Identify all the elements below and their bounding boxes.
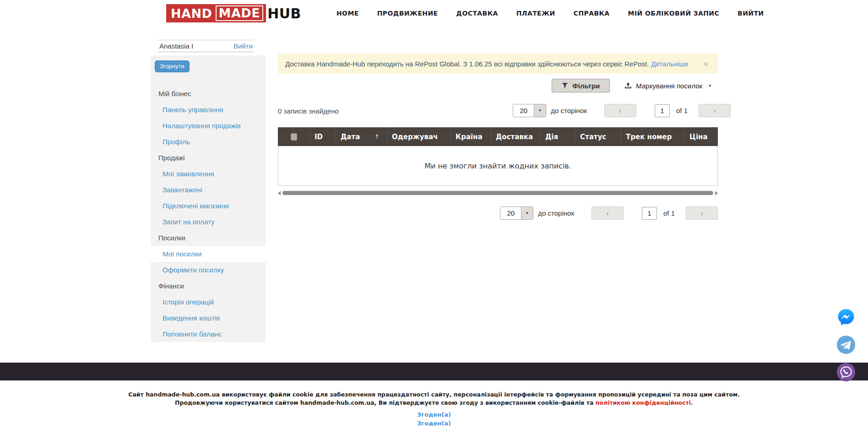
nav-delivery[interactable]: ДОСТАВКА — [456, 10, 498, 17]
top-next-page-button[interactable]: › — [699, 104, 731, 117]
sidebar-item-withdraw-funds[interactable]: Виведення коштів — [151, 310, 266, 326]
top-page-number-input[interactable] — [655, 104, 670, 117]
sidebar-item-uploaded[interactable]: Завантажені — [151, 182, 266, 198]
header-cell-select — [278, 127, 310, 146]
top-per-page-label: до сторінок — [551, 107, 587, 114]
horizontal-scrollbar — [278, 190, 718, 196]
bottom-page-size-select[interactable]: 20 ▼ — [500, 206, 533, 220]
logout-link[interactable]: Вийти — [233, 42, 253, 50]
scroll-left-icon[interactable] — [278, 191, 281, 195]
top-header: HAND MADE HUB HOME ПРОДВИЖЕНИЕ ДОСТАВКА … — [0, 0, 868, 27]
header-date-label: Дата — [341, 133, 360, 141]
cookie-text-line2-prefix: Продовжуючи користуватися сайтом handmad… — [175, 399, 596, 406]
privacy-policy-link[interactable]: політикою конфіденційності. — [596, 399, 693, 406]
chevron-left-icon: ‹ — [619, 106, 622, 115]
header-cell-date[interactable]: Дата ↑ — [336, 127, 387, 146]
bottom-next-page-button[interactable]: › — [686, 206, 718, 220]
agree-link-1[interactable]: Згоден(а) — [0, 410, 868, 419]
scrollbar-track[interactable] — [282, 191, 713, 195]
sidebar-item-dashboard[interactable]: Панель управління — [151, 102, 266, 118]
top-page-size-caret-icon[interactable]: ▼ — [534, 104, 546, 117]
collapse-sidebar-button[interactable]: Згорнути — [155, 60, 190, 72]
header-cell-id[interactable]: ID — [310, 127, 336, 146]
header-cell-track-number[interactable]: Трек номер — [621, 127, 685, 146]
select-all-checkbox[interactable] — [291, 133, 297, 141]
bottom-page-size-caret-icon[interactable]: ▼ — [521, 207, 533, 219]
logo-hub-text: HUB — [267, 5, 301, 22]
header-cell-country[interactable]: Країна — [451, 127, 491, 146]
chevron-right-icon: › — [713, 106, 716, 115]
parcels-table-empty-state: Ми не змогли знайти жодних записів. — [278, 146, 718, 186]
filters-button[interactable]: Фільтри — [552, 79, 610, 92]
banner-details-link[interactable]: Детальніше — [651, 60, 689, 68]
header-cell-price[interactable]: Ціна — [685, 127, 718, 146]
header-cell-delivery[interactable]: Доставка — [491, 127, 541, 146]
nav-payments[interactable]: ПЛАТЕЖИ — [516, 10, 555, 17]
logo-made-text: MADE — [216, 5, 264, 21]
nav-home[interactable]: HOME — [336, 10, 359, 17]
user-name: Anastasia I — [159, 42, 193, 50]
sidebar-item-my-parcels[interactable]: Мої посилки — [151, 246, 266, 262]
nav-my-account[interactable]: МІЙ ОБЛІКОВИЙ ЗАПИС — [628, 10, 720, 17]
top-page-size-value: 20 — [513, 104, 534, 117]
cookie-text-line1: Сайт handmade-hub.com.ua використовує фа… — [0, 391, 868, 399]
banner-text: Доставка Handmade-Hub переходить на RePo… — [285, 60, 649, 68]
top-page-size-select[interactable]: 20 ▼ — [513, 104, 546, 117]
sidebar-section-sales: Продажі — [151, 150, 266, 166]
header-cell-status[interactable]: Статус — [575, 127, 621, 146]
user-box: Anastasia I Вийти — [158, 40, 254, 52]
telegram-icon[interactable] — [837, 336, 855, 354]
repost-notification-banner: Доставка Handmade-Hub переходить на RePo… — [278, 54, 718, 74]
parcel-marking-dropdown[interactable]: Маркування посилок ▼ — [624, 82, 712, 90]
header-cell-recipient[interactable]: Одержувач — [387, 127, 451, 146]
header-cell-action[interactable]: Дія — [541, 127, 575, 146]
sidebar: Згорнути Мій бізнес Панель управління На… — [151, 55, 266, 342]
scroll-right-icon[interactable] — [715, 191, 718, 195]
pagination-top: 20 ▼ до сторінок ‹ of 1 › — [278, 103, 731, 118]
logo-red-box: HAND MADE — [166, 4, 266, 22]
bottom-page-number-input[interactable] — [642, 207, 657, 220]
top-page-of-label: of 1 — [676, 107, 688, 114]
sidebar-item-sales-settings[interactable]: Налаштування продажів — [151, 118, 266, 134]
agree-link-2[interactable]: Згоден(а) — [0, 419, 868, 428]
nav-help[interactable]: СПРАВКА — [574, 10, 610, 17]
parcel-marking-label: Маркування посилок — [636, 82, 702, 90]
sidebar-item-my-orders[interactable]: Мої замовлення — [151, 166, 266, 182]
sidebar-item-connected-stores[interactable]: Підключені магазини — [151, 198, 266, 214]
chevron-down-icon: ▼ — [708, 84, 712, 88]
funnel-icon — [562, 82, 568, 89]
filters-button-label: Фільтри — [572, 82, 600, 90]
empty-table-message: Ми не змогли знайти жодних записів. — [424, 162, 571, 170]
sidebar-item-create-parcel[interactable]: Оформити посилку — [151, 262, 266, 278]
nav-logout[interactable]: ВИЙТИ — [738, 10, 764, 17]
upload-icon — [624, 82, 632, 89]
sort-asc-icon[interactable]: ↑ — [374, 133, 380, 140]
logo-hand-text: HAND — [171, 6, 212, 21]
main-nav: HOME ПРОДВИЖЕНИЕ ДОСТАВКА ПЛАТЕЖИ СПРАВК… — [336, 0, 764, 27]
cookie-text-line2: Продовжуючи користуватися сайтом handmad… — [0, 399, 868, 407]
messenger-icon[interactable] — [837, 308, 855, 326]
bottom-prev-page-button[interactable]: ‹ — [591, 206, 624, 220]
pagination-bottom: 20 ▼ до сторінок ‹ of 1 › — [278, 206, 718, 220]
sidebar-section-parcels: Посилки — [151, 230, 266, 246]
bottom-page-of-label: of 1 — [663, 209, 675, 217]
sidebar-item-profile[interactable]: Профіль — [151, 134, 266, 150]
parcels-table: ID Дата ↑ Одержувач Країна Доставка Дія … — [278, 127, 718, 186]
bottom-per-page-label: до сторінок — [538, 209, 574, 217]
sidebar-item-top-up-balance[interactable]: Поповнити баланс — [151, 326, 266, 342]
sidebar-section-my-business: Мій бізнес — [151, 86, 266, 102]
top-prev-page-button[interactable]: ‹ — [604, 104, 636, 117]
banner-close-icon[interactable]: × — [701, 59, 711, 69]
cookie-footer: Сайт handmade-hub.com.ua використовує фа… — [0, 380, 868, 428]
chevron-left-icon: ‹ — [606, 209, 609, 218]
sidebar-item-transaction-history[interactable]: Історія операцій — [151, 294, 266, 310]
parcels-table-header: ID Дата ↑ Одержувач Країна Доставка Дія … — [278, 127, 718, 146]
parcels-toolbar: Фільтри Маркування посилок ▼ — [278, 79, 712, 92]
chevron-right-icon: › — [700, 209, 703, 218]
nav-promotion[interactable]: ПРОДВИЖЕНИЕ — [377, 10, 438, 17]
social-float-buttons — [837, 308, 855, 381]
handmade-hub-logo[interactable]: HAND MADE HUB — [166, 4, 301, 22]
sidebar-item-payment-request[interactable]: Запит на оплату — [151, 214, 266, 230]
scrollbar-thumb[interactable] — [282, 191, 713, 195]
viber-icon[interactable] — [837, 363, 855, 381]
